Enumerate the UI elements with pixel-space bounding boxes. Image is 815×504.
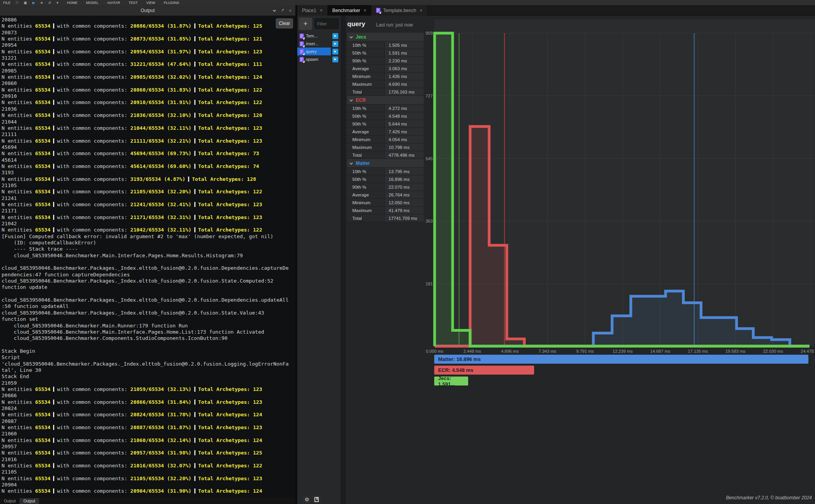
stat-row: 50th %4.548 ms xyxy=(347,112,424,120)
run-benchmark-button[interactable]: ▶ xyxy=(332,33,338,39)
undo-icon[interactable]: ↺ xyxy=(48,1,51,5)
log-line: N entities 65534with common components: … xyxy=(2,437,295,444)
tab-close-icon[interactable]: × xyxy=(320,8,323,13)
results-area: query Last run: just now Jecs10th %1.505… xyxy=(346,16,815,504)
tab-close-icon[interactable]: × xyxy=(364,8,366,13)
log-line: N entities 65534with common components: … xyxy=(2,399,295,405)
log-line: 'cloud_5853950046.Benchmarker.Packages._… xyxy=(2,361,295,367)
histogram-chart: 9097275453631810.000 ms2.448 ms4.896 ms7… xyxy=(425,19,815,354)
log-line: 45614 xyxy=(2,157,295,163)
menu-model[interactable]: MODEL xyxy=(86,1,98,5)
stats-section-header-ecr[interactable]: ECR xyxy=(347,96,424,104)
log-line xyxy=(2,291,295,297)
docs-book-icon[interactable] xyxy=(313,496,321,503)
log-line: function update xyxy=(2,284,295,290)
chevron-down-icon xyxy=(350,161,353,164)
log-line: cloud_5853950046.Benchmarker.Main.Interf… xyxy=(2,253,295,259)
svg-text:545: 545 xyxy=(426,156,433,161)
log-line: 20910 xyxy=(2,93,295,99)
log-line: Stack Begin xyxy=(2,348,295,354)
chevron-down-icon[interactable] xyxy=(273,9,276,12)
benchmark-item-inser[interactable]: inser...▶ xyxy=(297,40,341,48)
svg-text:181: 181 xyxy=(426,281,433,286)
close-icon[interactable]: × xyxy=(289,8,291,13)
stat-row: Minimum4.054 ms xyxy=(347,136,424,143)
benchmark-list-panel: + Tem...▶inser...▶query▶spawn▶ ⚙ xyxy=(297,16,341,504)
log-line: N entities 65534with common components: … xyxy=(2,450,295,456)
script-icon xyxy=(300,34,304,39)
stat-row: Total17741.709 ms xyxy=(347,214,424,222)
stat-row: Average3.063 ms xyxy=(347,65,424,73)
log-line: Stack End xyxy=(2,373,295,380)
output-panel-title: Output xyxy=(140,8,154,13)
filter-input[interactable] xyxy=(314,18,339,29)
play-icon[interactable]: ▶ xyxy=(32,1,35,5)
log-line: N entities 65534with common components: … xyxy=(2,74,295,80)
output-panel-header[interactable]: Output ↗ × xyxy=(0,5,295,16)
menu-file[interactable]: FILE xyxy=(3,1,11,5)
log-line: (ID: computedCallbackError) xyxy=(2,240,295,246)
clear-button[interactable]: Clear xyxy=(276,18,293,28)
dropdown-caret-icon[interactable]: ▾ xyxy=(57,1,59,5)
dock-tab-bar: OutputOutput xyxy=(0,498,295,504)
log-line: 21042 xyxy=(2,221,295,227)
log-line: N entities 65534with common components: … xyxy=(2,386,295,393)
plugin-credit: Benchmarker v7.2.0, © boatbomber 2024 xyxy=(726,495,812,500)
log-line: 21059 xyxy=(2,380,295,386)
menu-view[interactable]: VIEW xyxy=(146,1,155,5)
log-line: 21060 xyxy=(2,431,295,437)
panel-splitter[interactable] xyxy=(341,16,346,504)
log-line: 20904 xyxy=(2,482,295,488)
tab-place1[interactable]: Place1× xyxy=(297,5,328,16)
run-benchmark-button[interactable]: ▶ xyxy=(332,41,338,47)
tab-template-bench[interactable]: Template.bench× xyxy=(371,5,428,16)
stat-row: Average7.426 ms xyxy=(347,128,424,136)
log-line: 3193 xyxy=(2,170,295,176)
svg-text:14.687 ms: 14.687 ms xyxy=(650,349,671,354)
tab-close-icon[interactable]: × xyxy=(420,8,423,13)
run-benchmark-button[interactable]: ▶ xyxy=(332,57,338,62)
stats-section-header-matter[interactable]: Matter xyxy=(347,159,424,168)
chevron-down-icon xyxy=(350,35,353,38)
benchmark-item-spawn[interactable]: spawn▶ xyxy=(297,55,341,63)
stat-row: 90th %2.230 ms xyxy=(347,57,424,65)
stat-row: Minimum1.436 ms xyxy=(347,73,424,80)
save-icon[interactable]: ▣ xyxy=(23,1,27,5)
log-line: 20873 xyxy=(2,30,295,36)
run-benchmark-button[interactable]: ▶ xyxy=(332,49,338,55)
menu-bar: FILE □ ▣ ▶ ■ ↺ ▾ HOMEMODELAVATARTESTVIEW… xyxy=(0,0,815,5)
add-benchmark-button[interactable]: + xyxy=(299,18,312,30)
stats-section-header-jecs[interactable]: Jecs xyxy=(347,33,424,41)
settings-gear-icon[interactable]: ⚙ xyxy=(303,496,311,503)
stat-row: 10th %13.795 ms xyxy=(347,168,424,175)
svg-text:22.030 ms: 22.030 ms xyxy=(763,349,783,354)
stat-row: Maximum10.798 ms xyxy=(347,143,424,151)
legend-bar-ecr: ECR: 4.548 ms xyxy=(434,366,534,375)
svg-text:727: 727 xyxy=(426,94,433,98)
console-log: 20886N entities 65534with common compone… xyxy=(0,16,295,498)
log-line: 20860 xyxy=(2,80,295,87)
benchmark-item-tem[interactable]: Tem...▶ xyxy=(297,32,341,40)
menu-avatar[interactable]: AVATAR xyxy=(107,1,120,5)
log-line: N entities 65534with common components: … xyxy=(2,36,295,42)
svg-text:19.583 ms: 19.583 ms xyxy=(726,349,746,354)
dock-tab-output[interactable]: Output xyxy=(20,498,39,504)
new-document-icon[interactable]: □ xyxy=(16,1,18,5)
histogram-svg: 9097275453631810.000 ms2.448 ms4.896 ms7… xyxy=(425,19,815,354)
stat-row: Total1726.163 ms xyxy=(347,88,424,96)
tab-benchmarker[interactable]: Benchmarker× xyxy=(328,5,371,16)
dock-tab-output[interactable]: Output xyxy=(0,498,20,504)
menu-test[interactable]: TEST xyxy=(129,1,138,5)
log-line: N entities 65534with common components: … xyxy=(2,424,295,431)
log-line: N entities 65534with common components: … xyxy=(2,125,295,131)
stat-row: 50th %16.896 ms xyxy=(347,175,424,183)
log-line: cloud_5853950046.Benchmarker.Packages._I… xyxy=(2,310,295,316)
stop-icon[interactable]: ■ xyxy=(41,1,43,5)
stat-row: Maximum4.690 ms xyxy=(347,80,424,88)
editor-tab-bar: Place1×Benchmarker×Template.bench× xyxy=(297,5,815,16)
menu-plugins[interactable]: PLUGINS xyxy=(164,1,179,5)
menu-home[interactable]: HOME xyxy=(67,1,77,5)
benchmark-item-query[interactable]: query▶ xyxy=(297,48,341,55)
benchmark-list: Tem...▶inser...▶query▶spawn▶ xyxy=(297,32,341,63)
popout-icon[interactable]: ↗ xyxy=(281,8,284,13)
